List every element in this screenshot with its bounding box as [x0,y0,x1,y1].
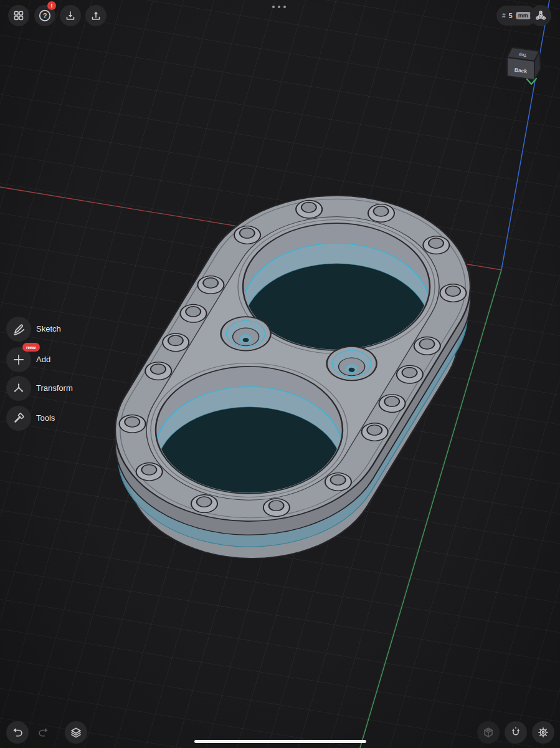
help-alert-badge: ! [47,1,56,10]
export-tray-icon [90,9,102,22]
tools-label[interactable]: Tools [36,414,55,423]
import-tray-icon [64,9,77,22]
z-axis-line [501,0,549,270]
svg-text:?: ? [43,12,47,19]
home-indicator[interactable] [194,740,366,743]
pencil-icon [12,322,26,336]
gear-icon [537,726,549,739]
undo-arrow-icon [11,726,24,739]
cad-app-window: Top Back ? ! [0,0,560,748]
view-settings-button[interactable] [530,5,551,26]
add-label[interactable]: Add [36,355,50,364]
import-button[interactable] [60,5,81,26]
viewport-3d[interactable]: Top Back [0,0,560,748]
sketch-button[interactable] [6,317,31,342]
undo-button[interactable] [6,721,29,744]
orbit-triangle-icon [534,9,547,22]
view-cube[interactable]: Top Back [507,47,541,84]
grid-snap-unit: mm [516,12,531,19]
move-arrows-icon [12,381,26,395]
transform-label[interactable]: Transform [36,384,73,393]
redo-arrow-icon [37,726,50,739]
isolate-button[interactable] [65,721,87,744]
transform-button[interactable] [6,376,31,401]
export-button[interactable] [85,5,107,26]
grid-cube-icon [482,726,495,739]
model-3d-part[interactable] [69,168,511,584]
ellipsis-dots-icon[interactable] [272,6,286,8]
plus-icon [12,353,26,367]
tools-button[interactable] [6,406,31,431]
projects-button[interactable] [8,5,29,26]
magnet-icon [510,726,522,739]
layers-icon [70,726,82,739]
grid-toggle-button[interactable] [477,721,500,744]
apps-grid-icon [12,9,25,22]
redo-button[interactable] [32,721,55,744]
help-icon: ? [38,9,52,22]
snapping-button[interactable] [505,721,527,744]
settings-button[interactable] [532,721,554,744]
grid-snap-hash: # [502,12,506,19]
grid-snap-value: 5 [509,12,513,19]
hammer-icon [12,411,26,425]
sketch-label[interactable]: Sketch [36,325,61,333]
add-new-badge: new [22,343,40,352]
